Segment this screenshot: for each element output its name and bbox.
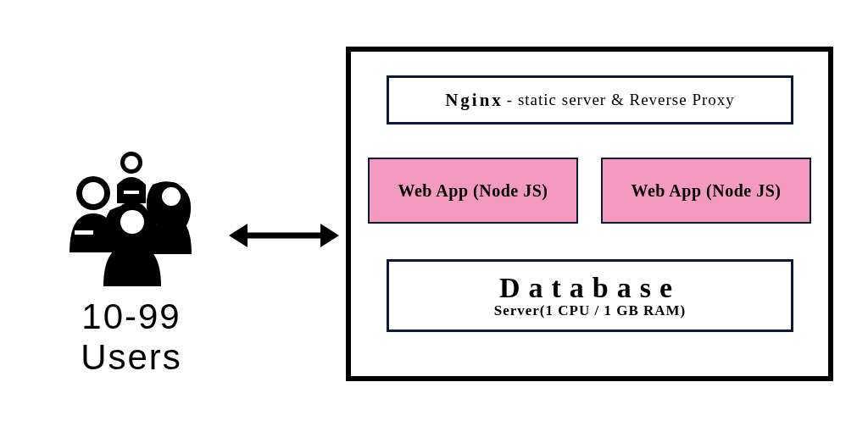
users-group-icon [51, 144, 212, 288]
nginx-box: Nginx - static server & Reverse Proxy [387, 75, 793, 125]
users-block: 10-99 Users [34, 144, 229, 379]
svg-rect-3 [75, 230, 93, 235]
svg-point-7 [82, 182, 104, 204]
svg-rect-1 [124, 191, 139, 194]
database-title: Database [499, 273, 681, 303]
webapp-box-2: Web App (Node JS) [601, 158, 811, 224]
webapps-row: Web App (Node JS) Web App (Node JS) [368, 158, 811, 224]
svg-point-9 [120, 210, 144, 234]
users-count-label: 10-99 Users [34, 296, 229, 379]
nginx-subtitle: - static server & Reverse Proxy [507, 91, 735, 109]
webapp-box-1: Web App (Node JS) [368, 158, 578, 224]
database-box: Database Server(1 CPU / 1 GB RAM) [387, 259, 793, 332]
svg-marker-11 [229, 224, 248, 247]
svg-point-6 [125, 156, 138, 169]
nginx-title: Nginx [445, 90, 504, 111]
webapp-label: Web App (Node JS) [632, 181, 782, 201]
webapp-label: Web App (Node JS) [398, 181, 548, 201]
bidirectional-arrow-icon [229, 219, 339, 252]
svg-point-8 [162, 187, 181, 206]
users-word: Users [81, 337, 182, 377]
server-container: Nginx - static server & Reverse Proxy We… [346, 47, 833, 381]
architecture-diagram: 10-99 Users Nginx - static server & Reve… [0, 0, 868, 443]
database-subtitle: Server(1 CPU / 1 GB RAM) [494, 303, 687, 318]
svg-marker-12 [320, 224, 339, 247]
users-count: 10-99 [81, 296, 181, 336]
